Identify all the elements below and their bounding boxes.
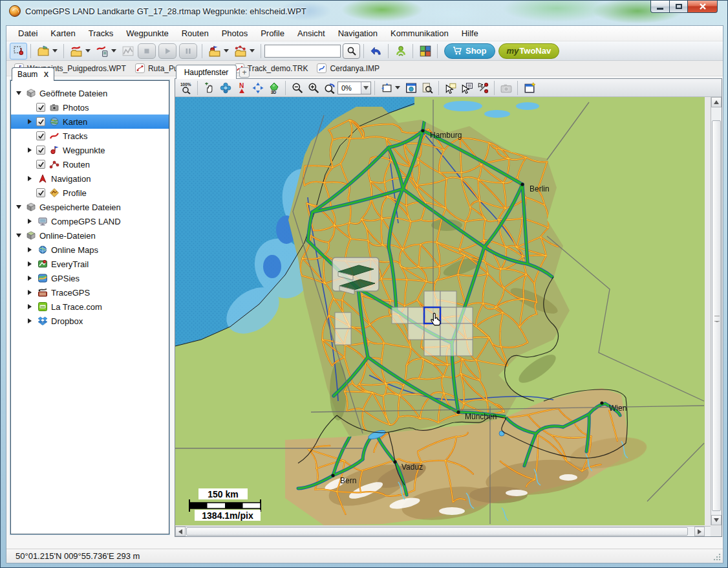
expand-icon[interactable] (28, 290, 36, 295)
tree-item-tracks[interactable]: Tracks (11, 129, 169, 143)
vertical-scroll-thumb[interactable] (712, 120, 721, 511)
expand-icon[interactable] (28, 119, 36, 124)
checkbox-checked-icon[interactable] (36, 146, 45, 155)
scroll-left-button[interactable] (175, 527, 186, 536)
close-button[interactable] (688, 1, 718, 13)
zoom-out-button[interactable] (289, 80, 305, 96)
zoom-in-button[interactable] (305, 80, 321, 96)
fit-window-dropdown-arrow[interactable] (395, 86, 400, 89)
checkbox-checked-icon[interactable] (36, 103, 45, 112)
play-button[interactable] (158, 43, 177, 59)
track-device-button[interactable] (93, 43, 111, 60)
expand-icon[interactable] (28, 318, 36, 323)
collapse-icon[interactable] (16, 205, 25, 209)
select-label-button[interactable] (442, 80, 458, 96)
map-tab-hauptfenster[interactable]: Hauptfenster (176, 65, 237, 79)
tree-item-geoeffnete-dateien[interactable]: Geöffnete Dateien (11, 86, 169, 100)
menu-datei[interactable]: Datei (12, 27, 44, 40)
open-waypoint-dropdown-arrow[interactable] (224, 49, 229, 52)
tree-item-gpsies[interactable]: GPSies (11, 271, 169, 285)
expand-icon[interactable] (28, 261, 36, 267)
menu-profile[interactable]: Profile (254, 27, 291, 40)
minimap-button[interactable] (403, 80, 419, 96)
collapse-icon[interactable] (16, 234, 25, 237)
minimize-button[interactable] (650, 1, 670, 13)
open-map-dropdown-arrow[interactable] (52, 49, 58, 52)
menu-photos[interactable]: Photos (215, 27, 254, 40)
tree-item-everytrail[interactable]: EveryTrail (11, 257, 169, 271)
tree-item-photos[interactable]: Photos (11, 100, 169, 115)
twonav-connect-button[interactable] (392, 43, 409, 60)
search-button[interactable] (343, 43, 360, 59)
checkbox-checked-icon[interactable] (36, 117, 45, 126)
add-map-tab-button[interactable]: + (239, 67, 250, 78)
link-waypoint-button[interactable] (475, 80, 491, 96)
tree-tab-close-button[interactable]: X (44, 71, 48, 78)
shop-button[interactable]: Shop (444, 43, 495, 59)
tree-item-navigation[interactable]: Navigation (11, 171, 169, 186)
zoom-100-button[interactable]: 100% (178, 80, 194, 96)
view-3d-button[interactable]: 3D (266, 80, 282, 96)
menu-karten[interactable]: Karten (44, 27, 81, 40)
land-mosaic-button[interactable] (416, 43, 434, 60)
checkbox-checked-icon[interactable] (36, 131, 45, 140)
checkbox-checked-icon[interactable] (36, 188, 45, 197)
expand-icon[interactable] (28, 247, 36, 252)
menu-ansicht[interactable]: Ansicht (291, 27, 332, 40)
stop-button[interactable] (138, 43, 156, 59)
resize-grip[interactable] (712, 552, 722, 562)
vertical-scrollbar[interactable] (711, 97, 722, 525)
menu-kommunikation[interactable]: Kommunikation (384, 27, 455, 40)
open-track-button[interactable] (67, 43, 85, 60)
screenshot-button[interactable] (498, 80, 514, 96)
horizontal-scroll-thumb[interactable] (186, 527, 688, 536)
menu-hilfe[interactable]: Hilfe (455, 27, 485, 40)
zoom-window-button[interactable] (321, 80, 337, 96)
pan-button[interactable] (201, 80, 217, 96)
undo-button[interactable] (367, 43, 385, 60)
scroll-down-button[interactable] (711, 515, 722, 525)
map-canvas[interactable]: Hamburg Berlin München Wien Vaduz Bern (175, 97, 705, 525)
profile-graph-button[interactable] (119, 43, 136, 60)
scroll-up-button[interactable] (711, 97, 722, 107)
open-route-dropdown-arrow[interactable] (250, 49, 255, 52)
fit-window-button[interactable] (378, 80, 394, 96)
open-map-button[interactable] (34, 43, 52, 60)
tree-item-profile[interactable]: Profile (11, 186, 169, 200)
pause-button[interactable] (179, 43, 197, 59)
scroll-right-button[interactable] (694, 527, 705, 536)
zoom-selection-button[interactable] (419, 80, 435, 96)
object-info-button[interactable] (458, 80, 475, 96)
collapse-icon[interactable] (16, 91, 25, 95)
zoom-level-select[interactable]: 0% (337, 82, 371, 94)
zoom-level-dropdown[interactable] (361, 82, 370, 94)
tree-item-online-dateien[interactable]: Online-Dateien (11, 228, 169, 243)
tree-item-karten[interactable]: Karten (11, 115, 169, 129)
tree-tab-baum[interactable]: Baum X (12, 67, 54, 81)
tree-item-online-maps[interactable]: Online Maps (11, 243, 169, 257)
tree-item-compegps-land[interactable]: CompeGPS LAND (11, 214, 169, 228)
tree-item-routen[interactable]: Routen (11, 157, 169, 171)
expand-icon[interactable] (28, 304, 36, 309)
search-input[interactable] (264, 45, 341, 58)
open-waypoint-button[interactable] (206, 43, 223, 60)
tree-item-latrace[interactable]: La Trace.com (11, 300, 169, 314)
open-route-button[interactable] (231, 43, 249, 60)
new-window-button[interactable] (521, 80, 537, 96)
tree-item-tracegps[interactable]: TraceGPS (11, 285, 169, 300)
expand-icon[interactable] (28, 219, 36, 224)
tree-item-gespeicherte-dateien[interactable]: Gespeicherte Dateien (11, 200, 169, 214)
tree-item-dropbox[interactable]: Dropbox (11, 314, 169, 328)
expand-icon[interactable] (28, 276, 36, 281)
move-map-button[interactable] (217, 80, 233, 96)
title-bar[interactable]: CompeGPS LAND Landkarte GT_17_28.rtmap W… (1, 1, 727, 25)
menu-wegpunkte[interactable]: Wegpunkte (120, 27, 175, 40)
menu-tracks[interactable]: Tracks (82, 27, 120, 40)
tree-item-wegpunkte[interactable]: Wegpunkte (11, 143, 169, 157)
north-button[interactable]: N (233, 80, 250, 96)
menu-routen[interactable]: Routen (175, 27, 215, 40)
expand-icon[interactable] (28, 147, 36, 153)
maximize-button[interactable] (670, 1, 688, 13)
file-tab-imp[interactable]: Cerdanya.IMP (314, 62, 386, 74)
track-device-dropdown-arrow[interactable] (111, 49, 116, 52)
